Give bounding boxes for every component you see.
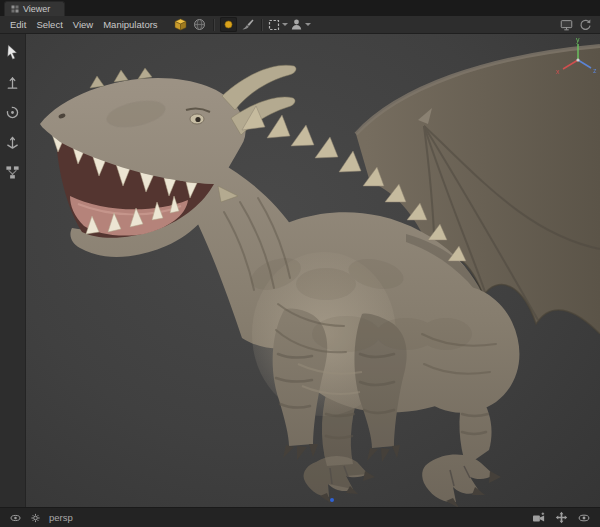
menu-select[interactable]: Select <box>31 17 67 32</box>
cube-mode-icon <box>174 18 187 31</box>
cube-mode-button[interactable] <box>172 17 189 32</box>
menu-view[interactable]: View <box>68 17 98 32</box>
move-tool-icon <box>5 135 20 150</box>
tab-label: Viewer <box>23 4 50 14</box>
pan-view-button[interactable] <box>555 511 568 524</box>
transform-tool-icon <box>5 75 20 90</box>
display-button[interactable] <box>558 17 575 32</box>
tab-bar: Viewer <box>0 0 600 16</box>
visibility-toggle-button[interactable] <box>577 512 591 524</box>
viewport-settings-button[interactable] <box>29 512 42 524</box>
actor-button[interactable] <box>290 17 311 32</box>
eye-icon <box>577 512 591 524</box>
paint-dot-icon <box>222 18 235 31</box>
transform-tool-button[interactable] <box>4 73 22 91</box>
toolbar-separator <box>261 19 263 31</box>
menu-manipulators[interactable]: Manipulators <box>98 17 162 32</box>
toolbar: Edit Select View Manipulators <box>0 16 600 34</box>
dropdown-caret-icon <box>282 23 288 26</box>
globe-button[interactable] <box>191 17 208 32</box>
select-tool-button[interactable] <box>4 43 22 61</box>
viewer-window: Viewer Edit Select View Manipulators <box>0 0 600 527</box>
gear-icon <box>29 512 42 524</box>
add-camera-button[interactable] <box>532 512 546 524</box>
camera-icon <box>532 512 546 524</box>
dropdown-caret-icon <box>305 23 311 26</box>
visibility-icon <box>9 512 22 524</box>
brush-icon <box>241 18 254 31</box>
rotate-tool-icon <box>5 105 20 120</box>
paint-dot-button[interactable] <box>220 17 237 32</box>
axis-x-label: x <box>556 68 560 75</box>
visibility-button[interactable] <box>9 512 22 524</box>
schematic-icon <box>5 165 20 180</box>
marquee-select-icon <box>268 19 280 31</box>
schematic-tool-button[interactable] <box>4 163 22 181</box>
marquee-select-button[interactable] <box>268 17 288 32</box>
tab-viewer[interactable]: Viewer <box>4 1 65 16</box>
pivot-marker[interactable] <box>330 498 334 502</box>
sync-button[interactable] <box>577 17 594 32</box>
axis-z-label: z <box>593 67 597 74</box>
dragon-model[interactable] <box>40 46 600 507</box>
viewport-3d[interactable]: y x z <box>26 34 600 507</box>
camera-label[interactable]: persp <box>49 512 73 523</box>
brush-button[interactable] <box>239 17 256 32</box>
sync-icon <box>578 18 593 32</box>
tab-grid-icon <box>11 5 19 13</box>
actor-icon <box>290 18 303 31</box>
axis-y-label: y <box>576 36 580 44</box>
rotate-tool-button[interactable] <box>4 103 22 121</box>
status-bar: persp <box>0 507 600 527</box>
select-arrow-icon <box>5 44 20 60</box>
pan-arrows-icon <box>555 511 568 524</box>
tool-rail <box>0 34 26 507</box>
move-tool-button[interactable] <box>4 133 22 151</box>
toolbar-separator <box>213 19 215 31</box>
globe-icon <box>193 18 206 31</box>
menu-edit[interactable]: Edit <box>5 17 31 32</box>
display-icon <box>559 18 574 32</box>
